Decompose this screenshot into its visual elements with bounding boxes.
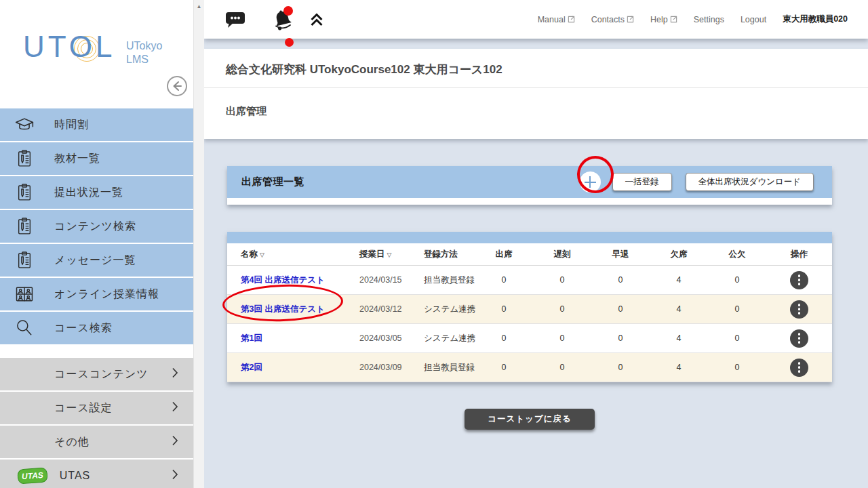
username: 東大用教職員020	[783, 14, 848, 25]
table-top-bar	[227, 232, 832, 243]
sidebar-item-label: オンライン授業情報	[54, 287, 159, 302]
present-count: 0	[475, 275, 533, 285]
present-count: 0	[475, 363, 533, 372]
absent-count: 4	[650, 275, 708, 285]
excused-count: 0	[708, 363, 766, 372]
help-link[interactable]: Help	[650, 15, 677, 24]
link-label: Help	[650, 15, 668, 24]
register-method: 担当教員登録	[417, 362, 475, 373]
row-actions-menu-icon[interactable]	[790, 329, 808, 348]
manual-link[interactable]: Manual	[538, 15, 575, 24]
sidebar-item-messages[interactable]: メッセージ一覧	[0, 244, 193, 277]
chevron-right-icon	[172, 367, 178, 381]
bulk-register-button[interactable]: 一括登録	[612, 173, 672, 191]
sidebar-item-timetable[interactable]: 時間割	[0, 108, 193, 141]
column-label: 登録方法	[424, 249, 458, 259]
sidebar-item-content-search[interactable]: コンテンツ検索	[0, 210, 193, 243]
course-header: 総合文化研究科 UTokyoCourse102 東大用コース102 出席管理	[204, 49, 868, 139]
sidebar-item-course-search[interactable]: コース検索	[0, 312, 193, 344]
collapse-up-icon[interactable]	[308, 11, 326, 28]
back-to-course-top-button[interactable]: コーストップに戻る	[465, 409, 595, 430]
search-icon	[12, 317, 37, 339]
online-class-icon	[12, 284, 37, 304]
topbar: Manual Contacts Help	[204, 0, 868, 39]
row-actions-menu-icon[interactable]	[790, 300, 808, 319]
sidebar-item-course-contents[interactable]: コースコンテンツ	[0, 358, 193, 390]
clipboard-icon	[12, 148, 37, 169]
sidebar-item-label: UTAS	[60, 470, 90, 482]
sort-icon[interactable]: ▽	[387, 251, 392, 258]
logo-sub-line1: UTokyo	[126, 39, 162, 53]
message-icon[interactable]	[225, 11, 245, 28]
sidebar-item-label: コースコンテンツ	[54, 367, 149, 382]
attendance-table: 名称▽ 授業日▽ 登録方法 出席 遅刻 早退 欠席 公欠 操作 第4回 出席送信…	[227, 232, 832, 382]
register-method: システム連携	[417, 304, 475, 315]
column-header-excused: 公欠	[708, 249, 766, 260]
logout-link[interactable]: Logout	[741, 15, 766, 24]
present-count: 0	[475, 333, 533, 343]
late-count: 0	[533, 363, 591, 372]
class-date: 2024/03/09	[353, 363, 417, 372]
annotation-red-dot	[285, 38, 294, 47]
late-count: 0	[533, 275, 591, 285]
link-label: Settings	[694, 15, 724, 24]
attendance-panel: 出席管理一覧 一括登録 全体出席状況ダウンロード	[227, 166, 832, 205]
external-link-icon	[568, 16, 575, 23]
sidebar-item-label: その他	[54, 435, 90, 449]
late-count: 0	[533, 304, 591, 314]
sidebar-item-utas[interactable]: UTAS UTAS	[0, 460, 193, 488]
logo-sub-line2: LMS	[126, 53, 162, 66]
chevron-right-icon	[172, 469, 178, 483]
sidebar-scrollbar[interactable]: ▲	[193, 0, 204, 488]
link-label: Manual	[538, 15, 566, 24]
register-method: 担当教員登録	[417, 274, 475, 286]
sidebar-item-others[interactable]: その他	[0, 426, 193, 458]
column-label: 授業日	[359, 249, 385, 259]
logo-area: UTOL UTokyo LMS	[0, 0, 193, 108]
scroll-up-arrow-icon[interactable]: ▲	[197, 3, 202, 9]
left-early-count: 0	[591, 333, 650, 343]
sidebar-item-materials[interactable]: 教材一覧	[0, 142, 193, 175]
contacts-link[interactable]: Contacts	[591, 15, 634, 24]
external-link-icon	[670, 16, 677, 23]
download-all-attendance-button[interactable]: 全体出席状況ダウンロード	[686, 173, 814, 191]
register-method: システム連携	[417, 333, 475, 344]
attendance-record-link[interactable]: 第4回 出席送信テスト	[241, 275, 325, 285]
table-row: 第3回 出席送信テスト 2024/03/12 システム連携 0 0 0 4 0	[227, 295, 832, 324]
page-title: 出席管理	[204, 88, 868, 139]
course-title: 総合文化研究科 UTokyoCourse102 東大用コース102	[204, 49, 868, 88]
sidebar-item-label: コース検索	[54, 321, 113, 336]
table-row: 第1回 2024/03/05 システム連携 0 0 0 4 0	[227, 324, 832, 353]
sidebar-collapse-button[interactable]	[167, 76, 187, 96]
bell-icon[interactable]	[271, 8, 294, 31]
excused-count: 0	[708, 304, 766, 314]
row-actions-menu-icon[interactable]	[790, 359, 808, 377]
sort-icon[interactable]: ▽	[260, 251, 264, 258]
sidebar-item-label: コース設定	[54, 401, 113, 415]
add-attendance-button[interactable]	[580, 171, 601, 192]
graduation-cap-icon	[12, 115, 37, 135]
column-header-left-early: 早退	[591, 249, 650, 260]
external-link-icon	[627, 16, 634, 23]
present-count: 0	[475, 304, 533, 314]
sidebar-item-online-class-info[interactable]: オンライン授業情報	[0, 278, 193, 310]
app-window: UTOL UTokyo LMS 時間割	[0, 0, 868, 488]
row-actions-menu-icon[interactable]	[790, 271, 808, 289]
sidebar-item-submission-status[interactable]: 提出状況一覧	[0, 176, 193, 209]
sidebar-item-course-settings[interactable]: コース設定	[0, 392, 193, 424]
column-header-date[interactable]: 授業日▽	[353, 249, 417, 260]
column-header-actions: 操作	[766, 249, 832, 260]
clipboard-icon	[12, 249, 37, 271]
class-date: 2024/03/05	[353, 333, 417, 343]
utol-logo: UTOL	[23, 30, 116, 64]
attendance-record-link[interactable]: 第2回	[241, 363, 262, 372]
column-header-name[interactable]: 名称▽	[227, 249, 353, 260]
settings-link[interactable]: Settings	[694, 15, 724, 24]
column-label: 名称	[241, 249, 258, 259]
table-row: 第2回 2024/03/09 担当教員登録 0 0 0 4 0	[227, 353, 832, 382]
class-date: 2024/03/15	[353, 275, 417, 285]
excused-count: 0	[708, 275, 766, 285]
column-header-present: 出席	[475, 249, 533, 260]
attendance-record-link[interactable]: 第1回	[241, 333, 262, 343]
attendance-record-link[interactable]: 第3回 出席送信テスト	[241, 304, 325, 314]
